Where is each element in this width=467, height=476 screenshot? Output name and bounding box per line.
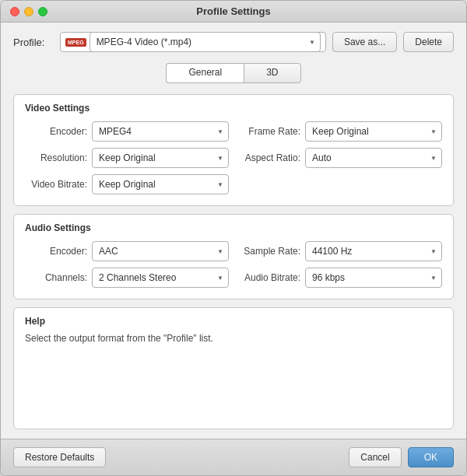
restore-defaults-button[interactable]: Restore Defaults [13, 447, 106, 467]
maximize-button[interactable] [38, 7, 47, 16]
main-content: Profile: MPEG MPEG-4 Video (*.mp4) Save … [1, 23, 466, 439]
video-encoder-dropdown[interactable]: MPEG4 [92, 121, 229, 142]
video-settings-section: Video Settings Encoder: MPEG4 Frame Rate… [13, 94, 454, 206]
sample-rate-select-wrapper: 44100 Hz [305, 241, 442, 261]
channels-label: Channels: [25, 272, 87, 283]
aspect-ratio-select-wrapper: Auto [305, 148, 442, 168]
minimize-button[interactable] [24, 7, 33, 16]
close-button[interactable] [10, 7, 19, 16]
titlebar: Profile Settings [1, 1, 466, 23]
ok-button[interactable]: OK [408, 447, 454, 467]
save-as-button[interactable]: Save as... [332, 32, 397, 52]
audio-encoder-select-wrapper: AAC [92, 241, 229, 261]
help-text: Select the output format from the "Profi… [25, 331, 442, 345]
sample-rate-row: Sample Rate: 44100 Hz [238, 241, 442, 261]
video-settings-title: Video Settings [25, 103, 442, 114]
audio-encoder-label: Encoder: [25, 246, 87, 257]
video-bitrate-select-wrapper: Keep Original [92, 174, 229, 194]
frame-rate-row: Frame Rate: Keep Original [238, 121, 442, 142]
traffic-lights [10, 7, 47, 16]
video-settings-grid: Encoder: MPEG4 Frame Rate: Keep Original [25, 121, 442, 194]
video-bitrate-row: Video Bitrate: Keep Original [25, 174, 229, 194]
resolution-label: Resolution: [25, 152, 87, 163]
sample-rate-label: Sample Rate: [238, 246, 300, 257]
audio-settings-title: Audio Settings [25, 222, 442, 233]
profile-label: Profile: [13, 37, 54, 48]
encoder-label: Encoder: [25, 126, 87, 137]
profile-settings-window: Profile Settings Profile: MPEG MPEG-4 Vi… [0, 0, 467, 476]
profile-row: Profile: MPEG MPEG-4 Video (*.mp4) Save … [13, 32, 454, 52]
audio-settings-section: Audio Settings Encoder: AAC Sample Rate: [13, 214, 454, 299]
frame-rate-label: Frame Rate: [238, 126, 300, 137]
audio-encoder-dropdown[interactable]: AAC [92, 241, 229, 261]
encoder-select-wrapper: MPEG4 [92, 121, 229, 142]
cancel-button[interactable]: Cancel [349, 447, 401, 467]
aspect-ratio-label: Aspect Ratio: [238, 152, 300, 163]
profile-dropdown[interactable]: MPEG-4 Video (*.mp4) [90, 32, 321, 52]
help-title: Help [25, 316, 442, 327]
audio-settings-grid: Encoder: AAC Sample Rate: 44100 Hz [25, 241, 442, 288]
audio-encoder-row: Encoder: AAC [25, 241, 229, 261]
channels-row: Channels: 2 Channels Stereo [25, 268, 229, 288]
resolution-dropdown[interactable]: Keep Original [92, 148, 229, 168]
resolution-row: Resolution: Keep Original [25, 148, 229, 168]
profile-select-container[interactable]: MPEG MPEG-4 Video (*.mp4) [60, 32, 326, 52]
aspect-ratio-dropdown[interactable]: Auto [305, 148, 442, 168]
audio-bitrate-select-wrapper: 96 kbps [305, 268, 442, 288]
window-title: Profile Settings [196, 5, 270, 17]
help-section: Help Select the output format from the "… [13, 307, 454, 429]
resolution-select-wrapper: Keep Original [92, 148, 229, 168]
aspect-ratio-row: Aspect Ratio: Auto [238, 148, 442, 168]
frame-rate-dropdown[interactable]: Keep Original [305, 121, 442, 142]
video-bitrate-label: Video Bitrate: [25, 179, 87, 190]
tabs-row: General 3D [13, 63, 454, 83]
bottom-right-buttons: Cancel OK [349, 447, 454, 467]
audio-bitrate-row: Audio Bitrate: 96 kbps [238, 268, 442, 288]
delete-button[interactable]: Delete [403, 32, 454, 52]
encoder-row: Encoder: MPEG4 [25, 121, 229, 142]
audio-bitrate-label: Audio Bitrate: [238, 272, 300, 283]
bottom-bar: Restore Defaults Cancel OK [1, 439, 466, 475]
channels-dropdown[interactable]: 2 Channels Stereo [92, 268, 229, 288]
mpeg-icon: MPEG [65, 38, 86, 47]
channels-select-wrapper: 2 Channels Stereo [92, 268, 229, 288]
video-bitrate-dropdown[interactable]: Keep Original [92, 174, 229, 194]
sample-rate-dropdown[interactable]: 44100 Hz [305, 241, 442, 261]
frame-rate-select-wrapper: Keep Original [305, 121, 442, 142]
tab-3d[interactable]: 3D [244, 63, 300, 83]
tab-general[interactable]: General [166, 63, 244, 83]
audio-bitrate-dropdown[interactable]: 96 kbps [305, 268, 442, 288]
